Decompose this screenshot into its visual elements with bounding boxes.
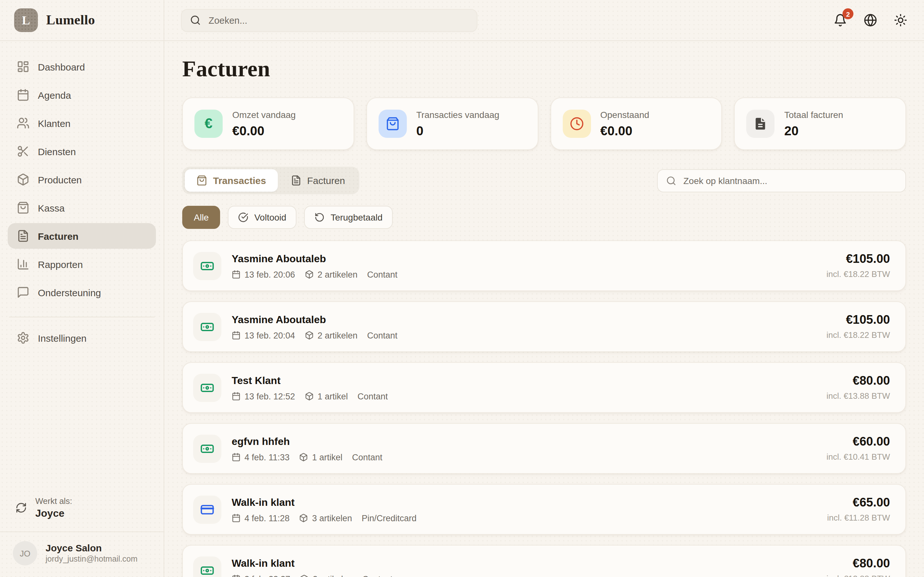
theme-toggle-button[interactable] [894,13,907,27]
filter-voltooid[interactable]: Voltooid [228,206,297,229]
sidebar-item-instellingen[interactable]: Instellingen [8,325,156,351]
sidebar-item-agenda[interactable]: Agenda [8,82,156,108]
shopping-bag-icon [196,175,207,186]
shopping-bag-icon [379,110,407,138]
calendar-icon [17,89,29,101]
language-button[interactable] [864,13,877,27]
calendar-icon [232,574,241,577]
list-controls: TransactiesFacturen [182,167,906,194]
works-as-label: Werkt als: [35,496,72,507]
banknote-icon [193,556,221,577]
transaction-row[interactable]: Yasmine Aboutaleb13 feb. 20:042 artikele… [182,301,906,352]
transaction-customer: Yasmine Aboutaleb [232,313,816,326]
globe-icon [864,13,877,27]
clock-icon [562,110,591,138]
sidebar-item-label: Agenda [38,89,71,100]
transaction-row[interactable]: Walk-in klant3 feb. 23:372 artikelenCont… [182,545,906,577]
transaction-items: 2 artikelen [318,269,358,279]
package-icon [305,331,314,340]
transaction-datetime: 13 feb. 20:06 [244,269,295,279]
filter-label: Voltooid [254,212,286,222]
customer-search[interactable] [657,169,906,192]
user-name: Joyce Salon [45,542,137,554]
notifications-button[interactable]: 2 [834,13,847,27]
transaction-amount: €105.00 [827,252,890,267]
sidebar: L Lumello DashboardAgendaKlantenDiensten… [0,0,164,577]
sidebar-item-label: Facturen [38,230,79,242]
calendar-icon [232,514,241,522]
page-title: Facturen [182,56,906,82]
transaction-customer: egfvn hhfeh [232,435,816,448]
transaction-amount: €60.00 [827,435,890,450]
sidebar-item-dashboard[interactable]: Dashboard [8,54,156,79]
calendar-icon [232,453,241,462]
transaction-amount: €65.00 [827,496,890,511]
transaction-row[interactable]: egfvn hhfeh4 feb. 11:331 artikelContant€… [182,423,906,474]
transaction-amount: €105.00 [827,313,890,328]
filter-terugbetaald[interactable]: Terugbetaald [304,206,393,229]
transaction-amount: €80.00 [827,557,890,572]
package-icon [17,173,29,186]
user-profile[interactable]: JO Joyce Salon jordy_justin@hotmail.com [0,532,164,577]
brand-name: Lumello [46,12,95,28]
transaction-method: Contant [352,452,383,462]
transaction-vat: incl. €18.22 BTW [827,330,890,340]
stat-card: Transacties vandaag0 [367,97,538,150]
sidebar-item-label: Dashboard [38,61,85,72]
sidebar-nav-settings: Instellingen [0,325,164,355]
global-search-input[interactable] [207,15,468,26]
transaction-vat: incl. €11.28 BTW [827,513,890,523]
works-as-switcher[interactable]: Werkt als: Joyce [0,496,164,520]
package-icon [300,574,309,577]
sidebar-item-diensten[interactable]: Diensten [8,139,156,164]
calendar-icon [232,270,241,279]
stat-label: Totaal facturen [784,109,843,121]
transaction-items: 2 artikelen [313,574,353,577]
scissors-icon [17,145,29,158]
sun-icon [894,13,907,27]
works-as-value: Joyce [35,507,72,520]
transaction-row[interactable]: Walk-in klant4 feb. 11:283 artikelenPin/… [182,484,906,535]
tab-facturen[interactable]: Facturen [279,169,357,192]
users-icon [17,117,29,129]
transaction-datetime: 4 feb. 11:28 [244,513,290,523]
transaction-customer: Test Klant [232,374,816,387]
sidebar-item-label: Klanten [38,118,71,129]
sidebar-item-kassa[interactable]: Kassa [8,195,156,221]
stat-value: 20 [784,123,843,139]
sidebar-item-label: Rapporten [38,259,83,269]
transaction-vat: incl. €10.41 BTW [827,452,890,462]
transaction-row[interactable]: Test Klant13 feb. 12:521 artikelContant€… [182,362,906,413]
stat-card: €Omzet vandaag€0.00 [182,97,354,150]
sidebar-item-label: Diensten [38,146,76,157]
stat-value: €0.00 [232,123,296,139]
dashboard-grid-icon [17,60,29,73]
tab-transacties[interactable]: Transacties [185,169,278,192]
transaction-row[interactable]: Yasmine Aboutaleb13 feb. 20:062 artikele… [182,240,906,291]
sidebar-item-facturen[interactable]: Facturen [8,223,156,249]
customer-search-input[interactable] [682,175,897,186]
tab-label: Transacties [213,175,266,186]
banknote-icon [193,313,221,341]
tab-group: TransactiesFacturen [182,167,359,194]
global-search[interactable] [181,9,477,32]
transaction-vat: incl. €13.88 BTW [827,392,890,401]
sidebar-item-producten[interactable]: Producten [8,167,156,192]
stat-label: Openstaand [600,109,649,121]
sidebar-item-klanten[interactable]: Klanten [8,110,156,136]
brand-logo: L [14,8,38,32]
transaction-vat: incl. €18.22 BTW [827,269,890,279]
transaction-items: 1 artikel [318,392,348,401]
transaction-customer: Yasmine Aboutaleb [232,252,816,265]
sidebar-item-rapporten[interactable]: Rapporten [8,251,156,277]
credit-card-icon [193,495,221,524]
transaction-datetime: 4 feb. 11:33 [244,452,290,462]
stat-value: €0.00 [600,123,649,139]
sidebar-item-ondersteuning[interactable]: Ondersteuning [8,279,156,305]
transaction-datetime: 13 feb. 20:04 [244,330,295,340]
calendar-icon [232,392,241,401]
sidebar-item-label: Ondersteuning [38,287,101,298]
filter-alle[interactable]: Alle [182,206,220,229]
stat-value: 0 [417,123,499,139]
stat-label: Omzet vandaag [232,109,296,121]
